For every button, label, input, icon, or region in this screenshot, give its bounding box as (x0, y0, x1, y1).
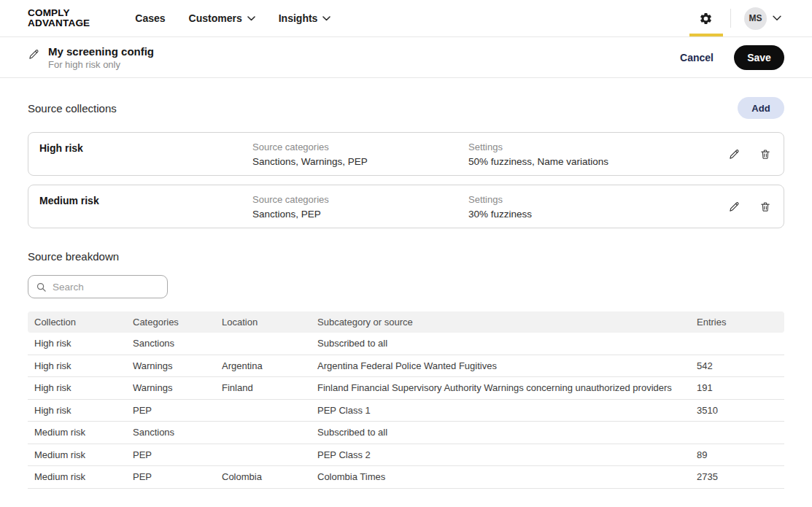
card-actions (727, 147, 773, 162)
cell-entries: 191 (697, 382, 749, 393)
collection-settings: Settings 30% fuzziness (468, 194, 684, 220)
table-row: High risk PEP PEP Class 1 3510 (28, 400, 784, 422)
pencil-icon (728, 148, 741, 160)
nav-item-cases-label: Cases (135, 12, 165, 24)
add-collection-button[interactable]: Add (738, 97, 784, 119)
table-body: High risk Sanctions Subscribed to all Hi… (28, 333, 784, 489)
top-nav: COMPLY ADVANTAGE Cases Customers Insight… (0, 0, 812, 37)
column-header-entries: Entries (697, 317, 749, 328)
cell-entries: 89 (697, 449, 749, 460)
nav-item-insights[interactable]: Insights (270, 7, 340, 30)
edit-collection-button[interactable] (727, 199, 742, 214)
page-subtitle: For high risk only (48, 59, 154, 70)
cell-categories: Sanctions (133, 427, 222, 438)
edit-collection-button[interactable] (727, 147, 742, 162)
table-row: Medium risk PEP PEP Class 2 89 (28, 444, 784, 467)
cell-subcategory: Argentina Federal Police Wanted Fugitive… (317, 360, 697, 371)
search-icon (36, 282, 47, 293)
cell-location: Finland (222, 382, 317, 393)
cell-entries: 3510 (697, 405, 749, 416)
user-menu-button[interactable]: MS (734, 7, 784, 30)
chevron-down-icon (247, 16, 255, 21)
nav-item-insights-label: Insights (279, 12, 318, 24)
table-header-row: Collection Categories Location Subcatego… (28, 311, 784, 333)
collection-card-medium-risk: Medium risk Source categories Sanctions,… (28, 185, 784, 228)
nav-right: MS (684, 0, 784, 36)
primary-nav: Cases Customers Insights (126, 7, 339, 30)
collection-name: Medium risk (39, 195, 252, 206)
config-header: My screening config For high risk only C… (0, 37, 812, 78)
source-breakdown-title: Source breakdown (28, 250, 784, 263)
settings-label: Settings (468, 194, 684, 205)
save-button[interactable]: Save (734, 45, 784, 70)
settings-label: Settings (468, 142, 684, 152)
cell-subcategory: Colombia Times (317, 471, 697, 482)
page-title: My screening config (48, 45, 154, 58)
cell-subcategory: Subscribed to all (317, 427, 697, 438)
nav-item-cases[interactable]: Cases (126, 7, 174, 30)
settings-value: 30% fuzziness (468, 209, 684, 220)
settings-value: 50% fuzziness, Name variations (468, 156, 684, 167)
source-collections-title: Source collections (28, 102, 117, 115)
categories-label: Source categories (252, 194, 468, 205)
column-header-location: Location (222, 317, 317, 328)
search-box (28, 275, 168, 298)
pencil-icon[interactable] (28, 48, 40, 61)
cell-collection: Medium risk (34, 471, 133, 482)
collection-settings: Settings 50% fuzziness, Name variations (468, 142, 684, 167)
chevron-down-icon (773, 15, 781, 21)
column-header-categories: Categories (133, 317, 222, 328)
card-actions (727, 199, 773, 214)
table-row: High risk Warnings Argentina Argentina F… (28, 355, 784, 378)
pencil-icon (728, 201, 741, 213)
collection-card-high-risk: High risk Source categories Sanctions, W… (28, 132, 784, 176)
cell-categories: Warnings (133, 360, 222, 371)
table-row: High risk Warnings Finland Finland Finan… (28, 377, 784, 400)
chevron-down-icon (322, 16, 330, 21)
cell-collection: High risk (34, 382, 133, 393)
trash-icon (759, 148, 771, 160)
search-input[interactable] (53, 282, 160, 293)
column-header-collection: Collection (34, 317, 133, 328)
collection-name: High risk (39, 142, 252, 154)
nav-item-customers-label: Customers (189, 12, 242, 24)
cell-entries: 2735 (697, 471, 749, 482)
cell-subcategory: PEP Class 1 (317, 405, 697, 416)
collection-categories: Source categories Sanctions, PEP (252, 194, 468, 220)
cell-categories: Warnings (133, 382, 222, 393)
nav-item-customers[interactable]: Customers (180, 7, 264, 30)
delete-collection-button[interactable] (758, 199, 773, 214)
cell-location: Argentina (222, 360, 317, 371)
collection-categories: Source categories Sanctions, Warnings, P… (252, 142, 468, 167)
cell-collection: High risk (34, 405, 133, 416)
categories-value: Sanctions, Warnings, PEP (252, 156, 468, 167)
cell-collection: High risk (34, 338, 133, 349)
source-breakdown-table: Collection Categories Location Subcatego… (28, 311, 784, 489)
cell-categories: PEP (133, 471, 222, 482)
gear-icon (699, 12, 713, 26)
logo-line-1: COMPLY (28, 8, 90, 18)
trash-icon (759, 201, 771, 213)
delete-collection-button[interactable] (758, 147, 773, 162)
config-title-block: My screening config For high risk only (28, 45, 154, 70)
settings-button[interactable] (684, 0, 727, 36)
complyadvantage-logo[interactable]: COMPLY ADVANTAGE (28, 8, 90, 28)
active-tab-indicator (689, 34, 723, 36)
cell-subcategory: PEP Class 2 (317, 449, 697, 460)
cell-categories: PEP (133, 405, 222, 416)
cell-collection: High risk (34, 360, 133, 371)
cell-subcategory: Subscribed to all (317, 338, 697, 349)
logo-line-2: ADVANTAGE (28, 18, 90, 28)
cell-categories: PEP (133, 449, 222, 460)
config-title-text: My screening config For high risk only (48, 45, 154, 70)
cell-collection: Medium risk (34, 449, 133, 460)
categories-value: Sanctions, PEP (252, 209, 468, 220)
categories-label: Source categories (252, 142, 468, 152)
table-row: Medium risk PEP Colombia Colombia Times … (28, 466, 784, 489)
table-row: Medium risk Sanctions Subscribed to all (28, 422, 784, 444)
table-row: High risk Sanctions Subscribed to all (28, 333, 784, 355)
cell-subcategory: Finland Financial Supervisory Authority … (317, 382, 697, 393)
cancel-button[interactable]: Cancel (680, 52, 714, 63)
avatar: MS (744, 7, 767, 30)
cell-categories: Sanctions (133, 338, 222, 349)
